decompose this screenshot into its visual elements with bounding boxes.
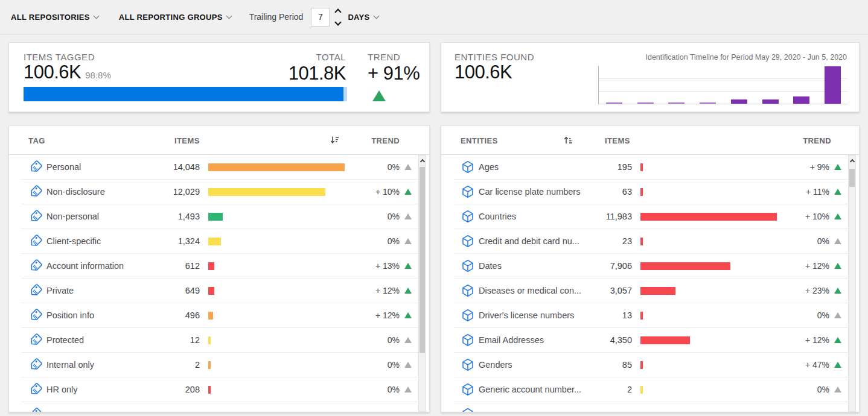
stepper-down-button[interactable] — [335, 19, 341, 25]
row-trend: 0% — [817, 385, 841, 394]
cube-icon — [461, 184, 475, 199]
cube-icon — [461, 283, 475, 298]
trend-arrow-icon — [834, 386, 841, 392]
row-items-count: 13 — [532, 310, 632, 320]
row-value-bar — [640, 287, 675, 295]
timeline-bar — [668, 102, 685, 104]
tag-row[interactable]: Private649+ 12% — [21, 279, 422, 303]
entity-row[interactable]: Genders85+ 47% — [453, 353, 852, 377]
tag-row[interactable]: Non-personal1,4930% — [21, 204, 422, 229]
items-column-header[interactable]: ITEMS — [605, 136, 630, 145]
entity-row[interactable]: Dates7,906+ 12% — [453, 254, 852, 279]
tag-row[interactable]: Non-disclosure12,029+ 10% — [21, 180, 422, 204]
entities-found-title: ENTITIES FOUND — [455, 52, 534, 62]
trend-arrow-icon — [404, 337, 412, 343]
cube-icon — [461, 333, 475, 347]
sort-descending-icon[interactable] — [330, 136, 339, 145]
tag-icon — [28, 333, 43, 347]
timeline-bar — [700, 102, 716, 104]
row-trend: 0% — [388, 360, 412, 370]
entity-row[interactable]: Generic account number...20% — [453, 377, 852, 402]
scroll-up-button[interactable] — [419, 156, 426, 166]
row-items-count: 85 — [532, 360, 632, 370]
row-items-count: 195 — [532, 162, 632, 172]
trailing-period-input[interactable] — [311, 8, 330, 27]
period-unit-dropdown[interactable]: DAYS — [348, 13, 378, 22]
scroll-up-button[interactable] — [849, 156, 855, 166]
row-value-bar — [208, 163, 345, 171]
tag-row[interactable]: Account information612+ 13% — [21, 254, 422, 279]
scrollbar-thumb[interactable] — [420, 167, 425, 353]
entity-row[interactable]: Car license plate numbers63+ 11% — [453, 180, 852, 204]
timeline-bar — [762, 99, 779, 104]
trend-arrow-icon — [834, 362, 841, 368]
row-items-count: 12 — [100, 335, 200, 345]
items-tagged-progress-bar — [24, 87, 347, 101]
row-value-bar — [208, 361, 211, 369]
row-items-count: 63 — [532, 187, 632, 197]
tag-row[interactable]: Client-specific1,3240% — [21, 229, 422, 254]
row-label: Countries — [479, 212, 516, 221]
chevron-down-icon — [93, 13, 99, 19]
scrollbar-thumb[interactable] — [849, 169, 855, 187]
entity-row[interactable]: Countries11,983+ 10% — [453, 204, 852, 229]
row-trend: + 12% — [805, 261, 841, 271]
row-trend: + 9% — [810, 162, 841, 172]
row-value-bar — [208, 188, 325, 196]
timeline-chart-title: Identification Timeline for Period May 2… — [645, 53, 847, 61]
row-items-count: 1,324 — [100, 236, 200, 246]
entity-row[interactable]: Diseases or medical con...3,057+ 23% — [453, 279, 852, 303]
row-value-bar — [640, 238, 643, 245]
reporting-groups-dropdown-label: ALL REPORTING GROUPS — [119, 13, 223, 22]
stepper-up-button[interactable] — [335, 9, 341, 15]
items-column-header[interactable]: ITEMS — [174, 136, 200, 145]
tag-row[interactable]: Protected120% — [21, 328, 422, 353]
reporting-groups-dropdown[interactable]: ALL REPORTING GROUPS — [119, 13, 231, 22]
tag-row[interactable]: Position info496+ 12% — [21, 303, 422, 328]
row-trend: 0% — [817, 236, 841, 246]
entities-column-header[interactable]: ENTITIES — [461, 136, 498, 145]
entity-row[interactable]: Email Addresses4,350+ 12% — [453, 328, 852, 353]
repositories-dropdown[interactable]: ALL REPOSITORIES — [11, 13, 98, 22]
trend-arrow-icon — [834, 263, 841, 269]
entities-found-card: ENTITIES FOUND 100.6K Identification Tim… — [441, 42, 860, 112]
trend-arrow-icon — [834, 288, 841, 294]
trend-arrow-icon — [404, 263, 412, 269]
row-items-count: 2 — [100, 360, 200, 370]
tag-icon — [28, 382, 43, 397]
trend-value: + 91% — [368, 64, 420, 84]
sort-ascending-icon[interactable] — [564, 136, 573, 145]
trend-column-header[interactable]: TREND — [803, 136, 831, 145]
entity-row[interactable]: Credit and debit card nu...230% — [453, 229, 852, 254]
entities-table-scrollbar[interactable] — [848, 155, 856, 412]
timeline-bar — [606, 102, 622, 104]
entities-found-value: 100.6K — [455, 63, 512, 83]
chevron-up-icon — [849, 159, 854, 164]
row-items-count: 496 — [100, 310, 200, 320]
tag-icon — [28, 283, 43, 298]
tag-row[interactable]: Personal14,0480% — [21, 155, 422, 180]
tag-icon — [28, 184, 43, 199]
tag-row[interactable]: Internal only20% — [21, 353, 422, 377]
tag-row[interactable]: HR only2080% — [21, 377, 422, 402]
row-trend: 0% — [388, 385, 412, 394]
trend-arrow-icon — [834, 213, 841, 219]
timeline-bars — [599, 66, 848, 104]
tag-column-header[interactable]: TAG — [28, 136, 45, 145]
row-items-count: 14,048 — [100, 162, 200, 172]
entity-row[interactable]: Ages195+ 9% — [453, 155, 852, 180]
total-label: TOTAL — [289, 52, 346, 62]
tag-icon — [28, 160, 43, 174]
timeline-bar — [825, 66, 841, 104]
trend-column-header[interactable]: TREND — [371, 136, 400, 145]
row-items-count: 23 — [532, 236, 632, 246]
tags-table-scrollbar[interactable] — [418, 155, 426, 412]
row-value-bar — [640, 188, 643, 196]
partial-row[interactable] — [453, 402, 852, 412]
tag-icon — [28, 358, 43, 372]
partial-row[interactable] — [21, 402, 422, 412]
chevron-up-icon — [420, 159, 424, 164]
entity-row[interactable]: Driver's license numbers130% — [453, 303, 852, 328]
row-trend: 0% — [388, 212, 412, 221]
items-tagged-progress-fill — [24, 87, 343, 101]
